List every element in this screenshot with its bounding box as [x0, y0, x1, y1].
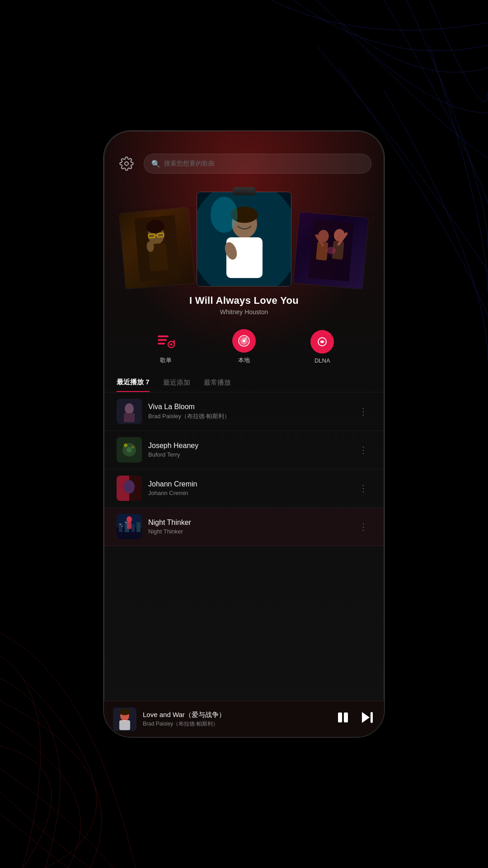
svg-rect-55: [122, 526, 122, 527]
bar-controls: [335, 710, 375, 728]
song-artist-1: Brad Paisley（布拉德·帕斯利）: [148, 412, 349, 420]
search-bar[interactable]: 🔍 搜索您想要的歌曲: [144, 154, 371, 174]
bar-song-info: Love and War（爱与战争） Brad Paisley（布拉德·帕斯利）: [143, 711, 329, 728]
svg-rect-53: [136, 522, 141, 532]
now-playing-bar[interactable]: Love and War（爱与战争） Brad Paisley（布拉德·帕斯利）: [104, 701, 384, 737]
tab-frequent[interactable]: 最常播放: [204, 378, 231, 392]
nav-dlna[interactable]: DLNA: [310, 330, 334, 364]
song-row[interactable]: Night Thinker Night Thinker ⋮: [104, 508, 384, 546]
song-row[interactable]: Viva La Bloom Brad Paisley（布拉德·帕斯利） ⋮: [104, 392, 384, 431]
skip-next-button[interactable]: [360, 710, 375, 728]
dlna-icon: [310, 330, 334, 354]
header: 🔍 搜索您想要的歌曲: [104, 131, 384, 183]
svg-point-57: [127, 516, 132, 523]
svg-rect-29: [174, 340, 175, 344]
playlist-icon: [154, 329, 178, 353]
pause-button[interactable]: [335, 710, 351, 728]
nav-playlist-label: 歌单: [160, 356, 172, 364]
search-placeholder: 搜索您想要的歌曲: [164, 160, 215, 168]
svg-point-0: [125, 162, 128, 165]
more-btn-3[interactable]: ⋮: [355, 481, 371, 495]
song-title-3: Johann Cremin: [148, 480, 349, 488]
svg-point-44: [131, 446, 134, 448]
svg-marker-65: [362, 712, 370, 723]
song-thumb-3: [117, 476, 142, 501]
bar-album-thumb: [113, 708, 136, 731]
album-card-left[interactable]: [119, 207, 195, 290]
song-title-4: Night Thinker: [148, 519, 349, 527]
featured-song-title: I Will Always Love You: [189, 295, 299, 307]
album-card-right[interactable]: [293, 212, 369, 290]
search-icon: 🔍: [151, 160, 160, 168]
song-row[interactable]: Johann Cremin Johann Cremin ⋮: [104, 469, 384, 508]
svg-rect-58: [127, 522, 131, 529]
svg-rect-56: [126, 522, 127, 523]
local-icon: [232, 329, 256, 353]
svg-rect-54: [120, 524, 121, 525]
svg-point-38: [125, 403, 134, 414]
song-list: Viva La Bloom Brad Paisley（布拉德·帕斯利） ⋮: [104, 392, 384, 701]
song-artist-4: Night Thinker: [148, 528, 349, 535]
song-title-1: Viva La Bloom: [148, 403, 349, 411]
more-btn-1[interactable]: ⋮: [355, 404, 371, 419]
song-artist-3: Johann Cremin: [148, 490, 349, 496]
song-artist-2: Buford Terry: [148, 451, 349, 458]
settings-icon[interactable]: [117, 154, 136, 174]
tab-recent[interactable]: 最近播放 7: [117, 378, 150, 392]
svg-point-43: [124, 443, 127, 447]
nav-local-label: 本地: [238, 356, 250, 364]
song-info-2: Joseph Heaney Buford Terry: [148, 442, 349, 458]
svg-point-15: [211, 197, 238, 233]
song-info-1: Viva La Bloom Brad Paisley（布拉德·帕斯利）: [148, 403, 349, 420]
song-info-3: Johann Cremin Johann Cremin: [148, 480, 349, 496]
song-info-4: Night Thinker Night Thinker: [148, 519, 349, 535]
more-btn-2[interactable]: ⋮: [355, 443, 371, 457]
bar-song-artist: Brad Paisley（布拉德·帕斯利）: [143, 720, 329, 728]
featured-song-info: I Will Always Love You Whitney Houston: [189, 287, 299, 320]
tabs-row: 最近播放 7 最近添加 最常播放: [104, 373, 384, 392]
phone-frame: 🔍 搜索您想要的歌曲: [104, 131, 384, 737]
carousel-section: I Will Always Love You Whitney Houston: [104, 183, 384, 320]
album-card-center[interactable]: [197, 192, 291, 287]
svg-rect-64: [344, 712, 348, 722]
svg-rect-26: [158, 343, 165, 344]
song-title-2: Joseph Heaney: [148, 442, 349, 450]
svg-rect-63: [338, 712, 342, 722]
nav-playlist[interactable]: 歌单: [154, 329, 178, 364]
svg-point-47: [124, 480, 135, 494]
featured-song-artist: Whitney Houston: [189, 308, 299, 316]
more-btn-4[interactable]: ⋮: [355, 519, 371, 534]
nav-icons: 歌单 本地: [104, 320, 384, 373]
song-thumb-4: [117, 514, 142, 539]
nav-local[interactable]: 本地: [232, 329, 256, 364]
svg-point-42: [127, 447, 132, 453]
song-thumb-1: [117, 399, 142, 424]
svg-point-62: [119, 709, 130, 715]
svg-rect-52: [131, 524, 135, 532]
song-row[interactable]: Joseph Heaney Buford Terry ⋮: [104, 431, 384, 469]
svg-rect-39: [124, 413, 135, 422]
bar-song-title: Love and War（爱与战争）: [143, 711, 329, 719]
svg-rect-24: [158, 335, 169, 337]
nav-dlna-label: DLNA: [314, 357, 330, 364]
svg-rect-25: [158, 339, 167, 341]
svg-rect-61: [119, 720, 130, 730]
song-thumb-2: [117, 437, 142, 462]
svg-point-28: [170, 344, 172, 346]
svg-rect-66: [371, 712, 373, 723]
album-carousel: [104, 187, 384, 287]
svg-line-6: [155, 236, 157, 236]
tab-added[interactable]: 最近添加: [163, 378, 190, 392]
svg-point-36: [321, 340, 324, 343]
